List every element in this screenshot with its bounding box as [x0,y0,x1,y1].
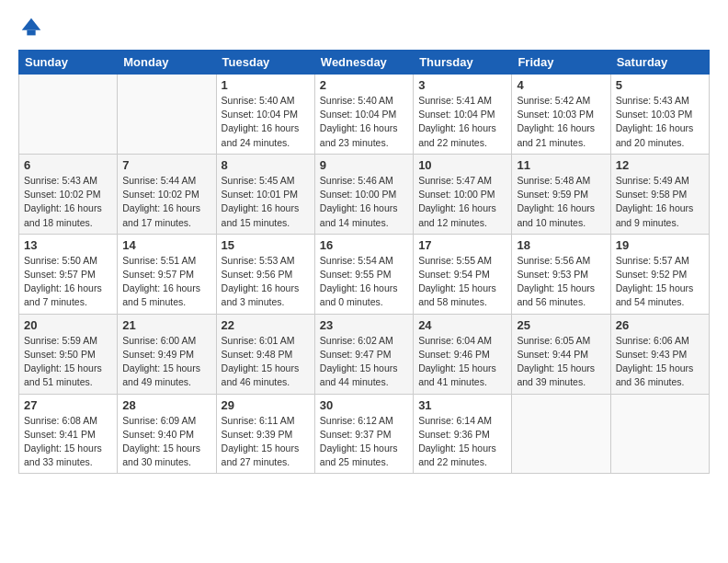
day-info: Sunrise: 5:43 AM Sunset: 10:03 PM Daylig… [616,94,704,150]
day-info: Sunrise: 6:06 AM Sunset: 9:43 PM Dayligh… [616,334,704,390]
day-number: 27 [24,398,112,412]
day-info: Sunrise: 6:09 AM Sunset: 9:40 PM Dayligh… [122,414,210,470]
day-number: 8 [222,158,310,172]
day-info: Sunrise: 5:59 AM Sunset: 9:50 PM Dayligh… [24,334,112,390]
day-info: Sunrise: 5:47 AM Sunset: 10:00 PM Daylig… [418,174,506,230]
day-info: Sunrise: 5:44 AM Sunset: 10:02 PM Daylig… [122,174,210,230]
day-info: Sunrise: 6:02 AM Sunset: 9:47 PM Dayligh… [320,334,408,390]
calendar-day-cell: 12Sunrise: 5:49 AM Sunset: 9:58 PM Dayli… [610,154,709,234]
day-number: 13 [24,238,112,252]
calendar-day-cell: 24Sunrise: 6:04 AM Sunset: 9:46 PM Dayli… [414,314,512,394]
svg-marker-0 [22,18,41,30]
calendar-day-cell: 23Sunrise: 6:02 AM Sunset: 9:47 PM Dayli… [314,314,413,394]
day-info: Sunrise: 5:50 AM Sunset: 9:57 PM Dayligh… [24,254,112,310]
day-number: 14 [122,238,210,252]
calendar-day-cell: 16Sunrise: 5:54 AM Sunset: 9:55 PM Dayli… [314,234,413,314]
day-number: 30 [320,398,408,412]
day-info: Sunrise: 6:01 AM Sunset: 9:48 PM Dayligh… [222,334,310,390]
day-info: Sunrise: 5:55 AM Sunset: 9:54 PM Dayligh… [418,254,506,310]
day-number: 11 [517,158,605,172]
calendar-table: SundayMondayTuesdayWednesdayThursdayFrid… [18,50,710,474]
calendar-day-cell: 4Sunrise: 5:42 AM Sunset: 10:03 PM Dayli… [512,75,610,155]
day-number: 23 [320,318,408,332]
weekday-header: Wednesday [314,51,413,75]
day-number: 26 [616,318,704,332]
day-number: 10 [418,158,506,172]
day-number: 31 [418,398,506,412]
calendar-day-cell: 28Sunrise: 6:09 AM Sunset: 9:40 PM Dayli… [118,394,216,474]
calendar-day-cell: 29Sunrise: 6:11 AM Sunset: 9:39 PM Dayli… [216,394,314,474]
calendar-day-cell: 27Sunrise: 6:08 AM Sunset: 9:41 PM Dayli… [19,394,118,474]
page-container: SundayMondayTuesdayWednesdayThursdayFrid… [0,0,728,488]
calendar-day-cell: 26Sunrise: 6:06 AM Sunset: 9:43 PM Dayli… [610,314,709,394]
day-info: Sunrise: 6:11 AM Sunset: 9:39 PM Dayligh… [222,414,310,470]
day-number: 1 [222,78,310,92]
day-number: 12 [616,158,704,172]
day-number: 22 [222,318,310,332]
calendar-day-cell: 5Sunrise: 5:43 AM Sunset: 10:03 PM Dayli… [610,75,709,155]
day-info: Sunrise: 5:56 AM Sunset: 9:53 PM Dayligh… [517,254,605,310]
calendar-week-row: 13Sunrise: 5:50 AM Sunset: 9:57 PM Dayli… [19,234,710,314]
calendar-day-cell [512,394,610,474]
day-number: 18 [517,238,605,252]
calendar-week-row: 20Sunrise: 5:59 AM Sunset: 9:50 PM Dayli… [19,314,710,394]
svg-rect-1 [27,30,35,36]
day-info: Sunrise: 5:49 AM Sunset: 9:58 PM Dayligh… [616,174,704,230]
day-info: Sunrise: 5:42 AM Sunset: 10:03 PM Daylig… [517,94,605,150]
day-number: 19 [616,238,704,252]
weekday-header: Tuesday [216,51,314,75]
calendar-day-cell: 15Sunrise: 5:53 AM Sunset: 9:56 PM Dayli… [216,234,314,314]
day-number: 15 [222,238,310,252]
calendar-day-cell: 31Sunrise: 6:14 AM Sunset: 9:36 PM Dayli… [414,394,512,474]
day-info: Sunrise: 6:14 AM Sunset: 9:36 PM Dayligh… [418,414,506,470]
calendar-day-cell: 13Sunrise: 5:50 AM Sunset: 9:57 PM Dayli… [19,234,118,314]
day-info: Sunrise: 5:48 AM Sunset: 9:59 PM Dayligh… [517,174,605,230]
weekday-header: Friday [512,51,610,75]
weekday-header: Sunday [19,51,118,75]
calendar-day-cell: 17Sunrise: 5:55 AM Sunset: 9:54 PM Dayli… [414,234,512,314]
day-info: Sunrise: 5:51 AM Sunset: 9:57 PM Dayligh… [122,254,210,310]
day-number: 24 [418,318,506,332]
weekday-header: Monday [118,51,216,75]
day-info: Sunrise: 5:45 AM Sunset: 10:01 PM Daylig… [222,174,310,230]
calendar-day-cell: 19Sunrise: 5:57 AM Sunset: 9:52 PM Dayli… [610,234,709,314]
calendar-week-row: 1Sunrise: 5:40 AM Sunset: 10:04 PM Dayli… [19,75,710,155]
calendar-day-cell: 14Sunrise: 5:51 AM Sunset: 9:57 PM Dayli… [118,234,216,314]
calendar-day-cell: 3Sunrise: 5:41 AM Sunset: 10:04 PM Dayli… [414,75,512,155]
day-number: 9 [320,158,408,172]
day-number: 7 [122,158,210,172]
day-info: Sunrise: 6:08 AM Sunset: 9:41 PM Dayligh… [24,414,112,470]
day-number: 2 [320,78,408,92]
calendar-day-cell: 18Sunrise: 5:56 AM Sunset: 9:53 PM Dayli… [512,234,610,314]
calendar-day-cell [19,75,118,155]
calendar-day-cell [610,394,709,474]
day-info: Sunrise: 6:00 AM Sunset: 9:49 PM Dayligh… [122,334,210,390]
day-number: 5 [616,78,704,92]
day-info: Sunrise: 5:53 AM Sunset: 9:56 PM Dayligh… [222,254,310,310]
calendar-day-cell: 10Sunrise: 5:47 AM Sunset: 10:00 PM Dayl… [414,154,512,234]
calendar-day-cell: 30Sunrise: 6:12 AM Sunset: 9:37 PM Dayli… [314,394,413,474]
calendar-day-cell: 8Sunrise: 5:45 AM Sunset: 10:01 PM Dayli… [216,154,314,234]
weekday-header: Thursday [414,51,512,75]
calendar-day-cell: 6Sunrise: 5:43 AM Sunset: 10:02 PM Dayli… [19,154,118,234]
day-number: 17 [418,238,506,252]
day-number: 4 [517,78,605,92]
calendar-week-row: 6Sunrise: 5:43 AM Sunset: 10:02 PM Dayli… [19,154,710,234]
day-info: Sunrise: 5:41 AM Sunset: 10:04 PM Daylig… [418,94,506,150]
calendar-day-cell: 1Sunrise: 5:40 AM Sunset: 10:04 PM Dayli… [216,75,314,155]
day-info: Sunrise: 5:40 AM Sunset: 10:04 PM Daylig… [222,94,310,150]
day-number: 3 [418,78,506,92]
calendar-day-cell: 9Sunrise: 5:46 AM Sunset: 10:00 PM Dayli… [314,154,413,234]
day-info: Sunrise: 5:40 AM Sunset: 10:04 PM Daylig… [320,94,408,150]
calendar-day-cell: 25Sunrise: 6:05 AM Sunset: 9:44 PM Dayli… [512,314,610,394]
calendar-week-row: 27Sunrise: 6:08 AM Sunset: 9:41 PM Dayli… [19,394,710,474]
calendar-day-cell: 21Sunrise: 6:00 AM Sunset: 9:49 PM Dayli… [118,314,216,394]
calendar-day-cell: 2Sunrise: 5:40 AM Sunset: 10:04 PM Dayli… [314,75,413,155]
day-number: 16 [320,238,408,252]
calendar-day-cell: 22Sunrise: 6:01 AM Sunset: 9:48 PM Dayli… [216,314,314,394]
weekday-header: Saturday [610,51,709,75]
day-info: Sunrise: 6:12 AM Sunset: 9:37 PM Dayligh… [320,414,408,470]
logo-icon [18,15,44,40]
day-info: Sunrise: 5:43 AM Sunset: 10:02 PM Daylig… [24,174,112,230]
day-number: 28 [122,398,210,412]
